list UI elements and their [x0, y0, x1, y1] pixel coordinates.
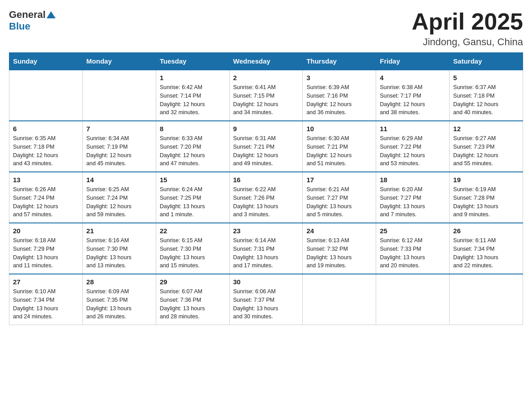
- day-number: 27: [13, 278, 79, 286]
- calendar-cell: 22Sunrise: 6:15 AMSunset: 7:30 PMDayligh…: [156, 223, 229, 274]
- day-number: 14: [86, 176, 152, 184]
- header-wednesday: Wednesday: [229, 53, 303, 70]
- day-info: Sunrise: 6:29 AMSunset: 7:22 PMDaylight:…: [380, 134, 446, 168]
- calendar-cell: 29Sunrise: 6:07 AMSunset: 7:36 PMDayligh…: [156, 274, 229, 325]
- day-info: Sunrise: 6:24 AMSunset: 7:25 PMDaylight:…: [160, 185, 226, 219]
- week-row-1: 1Sunrise: 6:42 AMSunset: 7:14 PMDaylight…: [9, 70, 523, 121]
- calendar-cell: 25Sunrise: 6:12 AMSunset: 7:33 PMDayligh…: [376, 223, 450, 274]
- day-info: Sunrise: 6:19 AMSunset: 7:28 PMDaylight:…: [453, 185, 519, 219]
- calendar-cell: 28Sunrise: 6:09 AMSunset: 7:35 PMDayligh…: [82, 274, 156, 325]
- day-info: Sunrise: 6:14 AMSunset: 7:31 PMDaylight:…: [233, 236, 299, 270]
- calendar-cell: 17Sunrise: 6:21 AMSunset: 7:27 PMDayligh…: [303, 172, 376, 223]
- day-number: 19: [453, 176, 519, 184]
- day-info: Sunrise: 6:38 AMSunset: 7:17 PMDaylight:…: [380, 83, 446, 117]
- calendar-cell: 27Sunrise: 6:10 AMSunset: 7:34 PMDayligh…: [9, 274, 83, 325]
- calendar-cell: 15Sunrise: 6:24 AMSunset: 7:25 PMDayligh…: [156, 172, 229, 223]
- day-info: Sunrise: 6:41 AMSunset: 7:15 PMDaylight:…: [233, 83, 299, 117]
- day-info: Sunrise: 6:10 AMSunset: 7:34 PMDaylight:…: [13, 287, 79, 321]
- calendar-cell: 9Sunrise: 6:31 AMSunset: 7:21 PMDaylight…: [229, 121, 303, 172]
- header-sunday: Sunday: [9, 53, 83, 70]
- day-info: Sunrise: 6:11 AMSunset: 7:34 PMDaylight:…: [453, 236, 519, 270]
- calendar-cell: 12Sunrise: 6:27 AMSunset: 7:23 PMDayligh…: [450, 121, 523, 172]
- day-number: 23: [233, 227, 299, 235]
- day-number: 29: [160, 278, 226, 286]
- day-number: 10: [306, 125, 372, 133]
- calendar-cell: 24Sunrise: 6:13 AMSunset: 7:32 PMDayligh…: [303, 223, 376, 274]
- day-number: 25: [380, 227, 446, 235]
- calendar-cell: 23Sunrise: 6:14 AMSunset: 7:31 PMDayligh…: [229, 223, 303, 274]
- day-info: Sunrise: 6:21 AMSunset: 7:27 PMDaylight:…: [306, 185, 372, 219]
- calendar-cell: [82, 70, 156, 121]
- day-info: Sunrise: 6:33 AMSunset: 7:20 PMDaylight:…: [160, 134, 226, 168]
- header-friday: Friday: [376, 53, 450, 70]
- day-info: Sunrise: 6:07 AMSunset: 7:36 PMDaylight:…: [160, 287, 226, 321]
- calendar-cell: 3Sunrise: 6:39 AMSunset: 7:16 PMDaylight…: [303, 70, 376, 121]
- week-row-2: 6Sunrise: 6:35 AMSunset: 7:18 PMDaylight…: [9, 121, 523, 172]
- day-info: Sunrise: 6:37 AMSunset: 7:18 PMDaylight:…: [453, 83, 519, 117]
- day-number: 26: [453, 227, 519, 235]
- calendar-cell: 8Sunrise: 6:33 AMSunset: 7:20 PMDaylight…: [156, 121, 229, 172]
- calendar-cell: 7Sunrise: 6:34 AMSunset: 7:19 PMDaylight…: [82, 121, 156, 172]
- calendar-cell: [376, 274, 450, 325]
- day-info: Sunrise: 6:30 AMSunset: 7:21 PMDaylight:…: [306, 134, 372, 168]
- day-info: Sunrise: 6:12 AMSunset: 7:33 PMDaylight:…: [380, 236, 446, 270]
- logo: General Blue: [9, 9, 56, 32]
- logo-triangle-icon: [47, 11, 56, 18]
- day-number: 6: [13, 125, 79, 133]
- title-block: April 2025 Jindong, Gansu, China: [412, 9, 523, 48]
- logo-general: General: [9, 9, 46, 21]
- day-number: 8: [160, 125, 226, 133]
- day-info: Sunrise: 6:27 AMSunset: 7:23 PMDaylight:…: [453, 134, 519, 168]
- day-number: 18: [380, 176, 446, 184]
- svg-marker-0: [47, 11, 56, 18]
- calendar-cell: 11Sunrise: 6:29 AMSunset: 7:22 PMDayligh…: [376, 121, 450, 172]
- header-monday: Monday: [82, 53, 156, 70]
- day-info: Sunrise: 6:26 AMSunset: 7:24 PMDaylight:…: [13, 185, 79, 219]
- day-info: Sunrise: 6:09 AMSunset: 7:35 PMDaylight:…: [86, 287, 152, 321]
- calendar-table: SundayMondayTuesdayWednesdayThursdayFrid…: [9, 52, 523, 325]
- day-info: Sunrise: 6:25 AMSunset: 7:24 PMDaylight:…: [86, 185, 152, 219]
- day-info: Sunrise: 6:13 AMSunset: 7:32 PMDaylight:…: [306, 236, 372, 270]
- day-number: 2: [233, 74, 299, 81]
- day-info: Sunrise: 6:42 AMSunset: 7:14 PMDaylight:…: [160, 83, 226, 117]
- calendar-cell: 19Sunrise: 6:19 AMSunset: 7:28 PMDayligh…: [450, 172, 523, 223]
- day-info: Sunrise: 6:16 AMSunset: 7:30 PMDaylight:…: [86, 236, 152, 270]
- day-number: 7: [86, 125, 152, 133]
- calendar-cell: 30Sunrise: 6:06 AMSunset: 7:37 PMDayligh…: [229, 274, 303, 325]
- day-number: 17: [306, 176, 372, 184]
- calendar-cell: 20Sunrise: 6:18 AMSunset: 7:29 PMDayligh…: [9, 223, 83, 274]
- day-info: Sunrise: 6:20 AMSunset: 7:27 PMDaylight:…: [380, 185, 446, 219]
- week-row-5: 27Sunrise: 6:10 AMSunset: 7:34 PMDayligh…: [9, 274, 523, 325]
- location-subtitle: Jindong, Gansu, China: [412, 36, 523, 48]
- logo-blue: Blue: [9, 21, 30, 32]
- calendar-cell: 14Sunrise: 6:25 AMSunset: 7:24 PMDayligh…: [82, 172, 156, 223]
- day-info: Sunrise: 6:22 AMSunset: 7:26 PMDaylight:…: [233, 185, 299, 219]
- day-info: Sunrise: 6:35 AMSunset: 7:18 PMDaylight:…: [13, 134, 79, 168]
- week-row-4: 20Sunrise: 6:18 AMSunset: 7:29 PMDayligh…: [9, 223, 523, 274]
- day-info: Sunrise: 6:15 AMSunset: 7:30 PMDaylight:…: [160, 236, 226, 270]
- day-number: 9: [233, 125, 299, 133]
- day-info: Sunrise: 6:31 AMSunset: 7:21 PMDaylight:…: [233, 134, 299, 168]
- day-info: Sunrise: 6:18 AMSunset: 7:29 PMDaylight:…: [13, 236, 79, 270]
- day-number: 28: [86, 278, 152, 286]
- header-thursday: Thursday: [303, 53, 376, 70]
- calendar-cell: 2Sunrise: 6:41 AMSunset: 7:15 PMDaylight…: [229, 70, 303, 121]
- header-tuesday: Tuesday: [156, 53, 229, 70]
- calendar-cell: 10Sunrise: 6:30 AMSunset: 7:21 PMDayligh…: [303, 121, 376, 172]
- calendar-cell: 18Sunrise: 6:20 AMSunset: 7:27 PMDayligh…: [376, 172, 450, 223]
- calendar-cell: 21Sunrise: 6:16 AMSunset: 7:30 PMDayligh…: [82, 223, 156, 274]
- calendar-cell: 6Sunrise: 6:35 AMSunset: 7:18 PMDaylight…: [9, 121, 83, 172]
- calendar-cell: 4Sunrise: 6:38 AMSunset: 7:17 PMDaylight…: [376, 70, 450, 121]
- calendar-cell: 16Sunrise: 6:22 AMSunset: 7:26 PMDayligh…: [229, 172, 303, 223]
- calendar-cell: 1Sunrise: 6:42 AMSunset: 7:14 PMDaylight…: [156, 70, 229, 121]
- day-number: 13: [13, 176, 79, 184]
- calendar-cell: [303, 274, 376, 325]
- calendar-cell: 26Sunrise: 6:11 AMSunset: 7:34 PMDayligh…: [450, 223, 523, 274]
- day-number: 4: [380, 74, 446, 81]
- day-number: 12: [453, 125, 519, 133]
- day-number: 15: [160, 176, 226, 184]
- calendar-cell: [9, 70, 83, 121]
- calendar-cell: 13Sunrise: 6:26 AMSunset: 7:24 PMDayligh…: [9, 172, 83, 223]
- day-info: Sunrise: 6:39 AMSunset: 7:16 PMDaylight:…: [306, 83, 372, 117]
- header-saturday: Saturday: [450, 53, 523, 70]
